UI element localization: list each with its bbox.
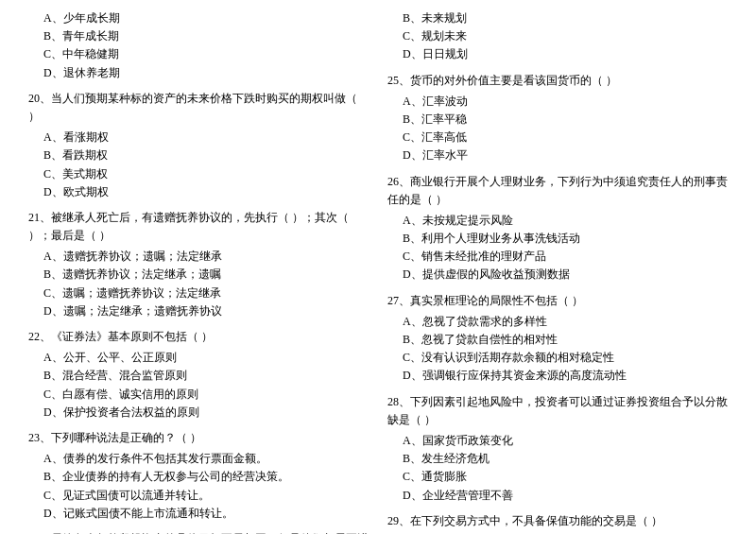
option: C、规划未来: [387, 27, 728, 45]
question-title: 24、尽管各个年龄段投资者的具体目标不尽相同，但是他们都需要进行（ ）: [28, 530, 369, 534]
option: D、退休养老期: [28, 64, 369, 82]
question-q28: 28、下列因素引起地风险中，投资者可以通过证券投资组合予以分散缺是（ ） A、国…: [387, 393, 728, 505]
question-q22: 22、《证券法》基本原则不包括（ ） A、公开、公平、公正原则 B、混合经营、混…: [28, 328, 369, 422]
question-block-no-num-right: B、未来规划 C、规划未来 D、日日规划: [387, 9, 728, 64]
option: A、汇率波动: [387, 93, 728, 111]
question-q23: 23、下列哪种说法是正确的？（ ） A、债券的发行条件不包括其发行票面金额。 B…: [28, 429, 369, 523]
option: C、汇率高低: [387, 129, 728, 146]
question-title: 22、《证券法》基本原则不包括（ ）: [28, 328, 369, 346]
question-block-no-num-left: A、少年成长期 B、青年成长期 C、中年稳健期 D、退休养老期: [28, 9, 369, 82]
option: B、忽视了贷款自偿性的相对性: [387, 331, 728, 349]
left-column: A、少年成长期 B、青年成长期 C、中年稳健期 D、退休养老期 20、当人们预期…: [28, 9, 369, 534]
option: D、遗嘱；法定继承；遗赠抚养协议: [28, 302, 369, 320]
option: D、记账式国债不能上市流通和转让。: [28, 505, 369, 523]
option: D、汇率水平: [387, 146, 728, 164]
question-q26: 26、商业银行开展个人理财业务，下列行为中须追究责任人的刑事责任的是（ ） A、…: [387, 173, 728, 284]
question-q21: 21、被继承人死亡后，有遗赠抚养协议的，先执行（ ）；其次（ ）；最后是（ ） …: [28, 209, 369, 320]
question-title: 28、下列因素引起地风险中，投资者可以通过证券投资组合予以分散缺是（ ）: [387, 393, 728, 429]
option: C、见证式国债可以流通并转让。: [28, 487, 369, 505]
option: D、强调银行应保持其资金来源的高度流动性: [387, 367, 728, 385]
option: A、遗赠抚养协议；遗嘱；法定继承: [28, 248, 369, 266]
option: B、利用个人理财业务从事洗钱活动: [387, 230, 728, 248]
question-title: 23、下列哪种说法是正确的？（ ）: [28, 429, 369, 447]
option: B、企业债券的持有人无权参与公司的经营决策。: [28, 468, 369, 486]
option: D、保护投资者合法权益的原则: [28, 404, 369, 422]
option: C、美式期权: [28, 165, 369, 183]
option: A、债券的发行条件不包括其发行票面金额。: [28, 450, 369, 468]
option: B、混合经营、混合监管原则: [28, 367, 369, 385]
option: B、遗赠抚养协议；法定继承；遗嘱: [28, 266, 369, 284]
option: C、白愿有偿、诚实信用的原则: [28, 386, 369, 404]
right-column: B、未来规划 C、规划未来 D、日日规划 25、货币的对外价值主要是看该国货币的…: [387, 9, 728, 534]
option: D、日日规划: [387, 45, 728, 63]
option: A、少年成长期: [28, 9, 369, 27]
question-q29: 29、在下列交易方式中，不具备保值功能的交易是（ ） A、股指期货交易 B、股票…: [387, 512, 728, 534]
option: B、汇率平稳: [387, 111, 728, 129]
option: C、没有认识到活期存款余额的相对稳定性: [387, 349, 728, 367]
option: A、未按规定提示风险: [387, 212, 728, 230]
question-title: 20、当人们预期某种标的资产的未来价格下跌时购买的期权叫做（ ）: [28, 90, 369, 126]
option: B、未来规划: [387, 9, 728, 27]
option: A、忽视了贷款需求的多样性: [387, 313, 728, 331]
option: C、遗嘱；遗赠抚养协议；法定继承: [28, 284, 369, 302]
option: C、销售未经批准的理财产品: [387, 248, 728, 266]
option: D、欧式期权: [28, 183, 369, 201]
option: B、青年成长期: [28, 27, 369, 45]
option: A、公开、公平、公正原则: [28, 349, 369, 367]
option: C、中年稳健期: [28, 45, 369, 63]
option: C、通货膨胀: [387, 468, 728, 486]
question-title: 21、被继承人死亡后，有遗赠抚养协议的，先执行（ ）；其次（ ）；最后是（ ）: [28, 209, 369, 245]
question-q25: 25、货币的对外价值主要是看该国货币的（ ） A、汇率波动 B、汇率平稳 C、汇…: [387, 72, 728, 165]
question-title: 29、在下列交易方式中，不具备保值功能的交易是（ ）: [387, 512, 728, 530]
question-title: 26、商业银行开展个人理财业务，下列行为中须追究责任人的刑事责任的是（ ）: [387, 173, 728, 209]
question-title: 25、货币的对外价值主要是看该国货币的（ ）: [387, 72, 728, 90]
option: D、提供虚假的风险收益预测数据: [387, 266, 728, 284]
option: D、企业经营管理不善: [387, 487, 728, 505]
question-q27: 27、真实景框理论的局限性不包括（ ） A、忽视了贷款需求的多样性 B、忽视了贷…: [387, 292, 728, 386]
question-title: 27、真实景框理论的局限性不包括（ ）: [387, 292, 728, 310]
option: A、看涨期权: [28, 129, 369, 146]
option: B、看跌期权: [28, 146, 369, 164]
page-content: A、少年成长期 B、青年成长期 C、中年稳健期 D、退休养老期 20、当人们预期…: [28, 9, 728, 534]
question-q24: 24、尽管各个年龄段投资者的具体目标不尽相同，但是他们都需要进行（ ） A、现今…: [28, 530, 369, 534]
option: A、国家货币政策变化: [387, 432, 728, 450]
question-q20: 20、当人们预期某种标的资产的未来价格下跌时购买的期权叫做（ ） A、看涨期权 …: [28, 90, 369, 201]
option: B、发生经济危机: [387, 450, 728, 468]
